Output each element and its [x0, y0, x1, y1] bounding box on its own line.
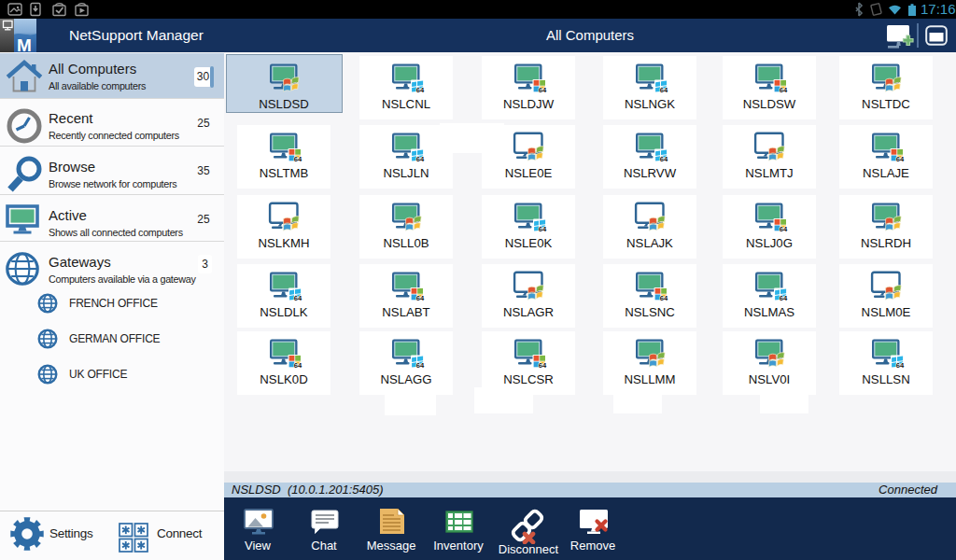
svg-text:M: M: [17, 35, 32, 53]
